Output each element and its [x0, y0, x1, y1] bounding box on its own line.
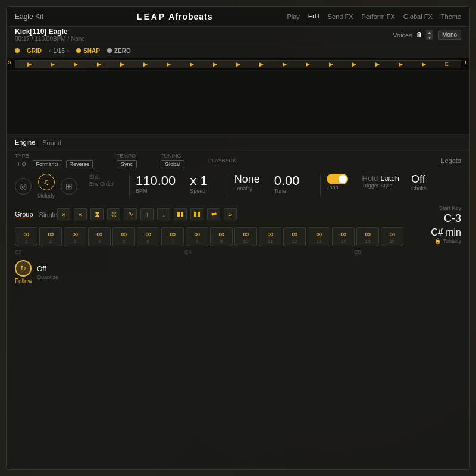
- reverse-btn[interactable]: Reverse: [66, 160, 93, 168]
- loop-arrow-8: ▶: [190, 61, 194, 67]
- tab-sound[interactable]: Sound: [42, 139, 61, 146]
- loop-arrow-3: ▶: [74, 61, 78, 67]
- gc-pattern1[interactable]: ⧗: [90, 208, 104, 220]
- loop-toggle[interactable]: [327, 174, 348, 184]
- loop-arrow-10: ▶: [236, 61, 240, 67]
- gc-swap[interactable]: ⇌: [207, 208, 220, 220]
- sync-btn[interactable]: Sync: [117, 160, 137, 168]
- tonality-col: None Tonality: [234, 174, 260, 192]
- gc-fastforward[interactable]: »: [57, 208, 70, 220]
- gc-up[interactable]: ↑: [140, 208, 154, 220]
- voices-up[interactable]: ▲: [426, 30, 433, 35]
- pads-container: ∞ 1 ∞ 2 ∞ 3: [15, 227, 403, 246]
- tune-value: 0.00: [274, 174, 300, 188]
- pad-9[interactable]: ∞ 9: [210, 227, 233, 246]
- group-section: Group Single » « ⧗ ⧖ ∿ ↑ ↓ ▮▮ ▮▮ ⇌: [7, 203, 469, 259]
- global-btn[interactable]: Global: [161, 160, 184, 168]
- oct-c3: C3: [15, 249, 22, 255]
- engine-tabs: Engine Sound: [7, 135, 469, 151]
- pad-14[interactable]: ∞ 14: [332, 227, 355, 246]
- loop-arrow-6: ▶: [143, 61, 148, 67]
- loop-arrow-17: ▶: [399, 61, 403, 67]
- grid-dot: [15, 48, 20, 53]
- bpm-value: 110.00: [136, 174, 176, 188]
- pad-8[interactable]: ∞ 8: [186, 227, 208, 246]
- pad-1[interactable]: ∞ 1: [15, 227, 37, 246]
- speed-unit: Speed: [190, 188, 205, 194]
- type-row: HQ Formants Reverse: [15, 160, 93, 168]
- pad-7[interactable]: ∞ 7: [161, 227, 184, 246]
- tab-single[interactable]: Single: [39, 211, 58, 218]
- loop-bar[interactable]: ▶ ▶ ▶ ▶ ▶ ▶ ▶ ▶ ▶ ▶ ▶ ▶ ▶ ▶ ▶: [15, 60, 461, 68]
- grid-label: GRID: [27, 48, 42, 54]
- tab-theme[interactable]: Theme: [441, 12, 461, 21]
- piano-roll-area[interactable]: S L ▶ ▶ ▶ ▶ ▶ ▶ ▶ ▶ ▶ ▶ ▶: [7, 58, 469, 135]
- gc-next[interactable]: »: [224, 208, 237, 220]
- gc-rewind[interactable]: «: [74, 208, 87, 220]
- formants-btn[interactable]: Formants: [33, 160, 62, 168]
- pad-10[interactable]: ∞ 10: [234, 227, 257, 246]
- pad-2[interactable]: ∞ 2: [39, 227, 62, 246]
- pad-4[interactable]: ∞ 4: [88, 227, 111, 246]
- gc-pause1[interactable]: ▮▮: [174, 208, 187, 220]
- loop-arrow-13: ▶: [306, 61, 310, 67]
- app-leap: LEAP: [137, 12, 166, 21]
- pad-6[interactable]: ∞ 6: [137, 227, 159, 246]
- loop-arrow-5: ▶: [120, 61, 124, 67]
- gc-pause2[interactable]: ▮▮: [190, 208, 203, 220]
- voices-down[interactable]: ▼: [426, 35, 433, 40]
- pad-3[interactable]: ∞ 3: [64, 227, 86, 246]
- grid-prev[interactable]: ‹: [49, 48, 51, 54]
- hold-label: Hold: [362, 174, 378, 183]
- sep1: [129, 174, 130, 198]
- pad-15[interactable]: ∞ 15: [356, 227, 379, 246]
- loop-arrow-14: ▶: [329, 61, 333, 67]
- zero-label: ZERO: [114, 48, 131, 54]
- pad-13[interactable]: ∞ 13: [308, 227, 330, 246]
- tuning-label: TUNING: [161, 153, 184, 159]
- tab-group[interactable]: Group: [15, 211, 33, 218]
- tab-engine[interactable]: Engine: [15, 139, 35, 146]
- pad-11[interactable]: ∞ 11: [259, 227, 281, 246]
- quantize-label: Quantize: [37, 274, 58, 280]
- pad-12[interactable]: ∞ 12: [283, 227, 306, 246]
- s-label-top: S: [8, 60, 11, 65]
- type-grid-btn[interactable]: ⊞: [61, 178, 77, 195]
- main-panel: Eagle Kit LEAP Afrobeats Play Edit Send …: [6, 6, 470, 470]
- tab-send-fx[interactable]: Send FX: [328, 12, 353, 21]
- type-circle-btn[interactable]: ◎: [15, 178, 32, 195]
- env-order-label: Env Order: [89, 181, 114, 187]
- hold-latch: Hold Latch: [362, 174, 400, 183]
- loop-label: Loop: [327, 184, 339, 190]
- zero-dot: [107, 48, 112, 53]
- follow-btn[interactable]: ↻: [15, 260, 32, 277]
- loop-arrow-12: ▶: [283, 61, 287, 67]
- gc-wave[interactable]: ∿: [124, 208, 137, 220]
- loop-col: Loop: [327, 174, 348, 190]
- melody-label: Melody: [37, 193, 55, 199]
- tab-play[interactable]: Play: [287, 12, 299, 21]
- type-melody-btn[interactable]: ♫: [38, 174, 55, 190]
- octave-labels: C3 C4 C5: [15, 249, 461, 256]
- tempo-label: TEMPO: [117, 153, 137, 159]
- engine-main: ◎ ♫ Melody ⊞ Shift Env Order: [7, 170, 469, 203]
- oct-c4: C4: [184, 249, 192, 255]
- tonality-value: None: [234, 174, 260, 186]
- pad-5[interactable]: ∞ 5: [112, 227, 135, 246]
- info-bar: Kick[110] Eagle 00:17 / 110.00BPM / None…: [7, 27, 469, 43]
- l-label-top: L: [465, 60, 469, 65]
- gc-pattern2[interactable]: ⧖: [107, 208, 120, 220]
- mono-button[interactable]: Mono: [438, 30, 461, 40]
- tab-edit[interactable]: Edit: [308, 11, 320, 21]
- tab-perform-fx[interactable]: Perform FX: [362, 12, 395, 21]
- tab-global-fx[interactable]: Global FX: [403, 12, 433, 21]
- hq-label: HQ: [15, 161, 29, 168]
- loop-arrow-end: E: [445, 61, 449, 67]
- grid-next[interactable]: ›: [67, 48, 69, 54]
- choke-label: Choke: [411, 186, 427, 192]
- legato-btn[interactable]: Legato: [441, 157, 461, 164]
- engine-section: Engine Sound TYPE HQ Formants Reverse TE…: [7, 135, 469, 469]
- gc-down[interactable]: ↓: [157, 208, 170, 220]
- choke-col: Off Choke: [411, 174, 427, 192]
- pad-16[interactable]: ∞ 16: [381, 227, 403, 246]
